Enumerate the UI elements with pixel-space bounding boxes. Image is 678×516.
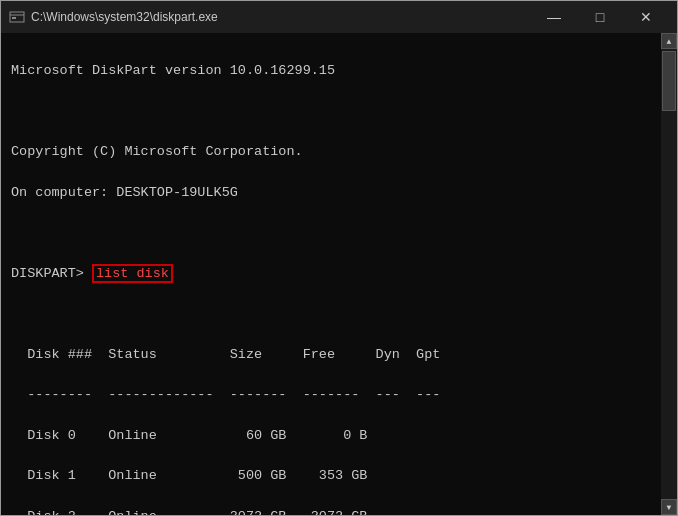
command-1: list disk	[92, 264, 173, 283]
console-area: Microsoft DiskPart version 10.0.16299.15…	[1, 33, 677, 515]
disk-header: Disk ### Status Size Free Dyn Gpt	[11, 345, 651, 365]
disk-1: Disk 1 Online 500 GB 353 GB	[11, 466, 651, 486]
scroll-down-icon: ▼	[667, 503, 672, 512]
app-icon	[9, 9, 25, 25]
close-button[interactable]: ✕	[623, 1, 669, 33]
title-text: C:\Windows\system32\diskpart.exe	[31, 10, 218, 24]
console-line-3: Copyright (C) Microsoft Corporation.	[11, 142, 651, 162]
scroll-up-button[interactable]: ▲	[661, 33, 677, 49]
scroll-up-icon: ▲	[667, 37, 672, 46]
console-line-6	[11, 304, 651, 324]
console-line-5	[11, 223, 651, 243]
window: C:\Windows\system32\diskpart.exe — □ ✕ M…	[0, 0, 678, 516]
console-line-1: Microsoft DiskPart version 10.0.16299.15	[11, 61, 651, 81]
console-prompt-1: DISKPART> list disk	[11, 264, 651, 284]
disk-2: Disk 2 Online 3072 GB 3072 GB	[11, 507, 651, 515]
title-bar-left: C:\Windows\system32\diskpart.exe	[9, 9, 218, 25]
disk-0: Disk 0 Online 60 GB 0 B	[11, 426, 651, 446]
maximize-button[interactable]: □	[577, 1, 623, 33]
svg-rect-2	[12, 17, 16, 19]
title-bar: C:\Windows\system32\diskpart.exe — □ ✕	[1, 1, 677, 33]
disk-divider: -------- ------------- ------- ------- -…	[11, 385, 651, 405]
scrollbar: ▲ ▼	[661, 33, 677, 515]
minimize-button[interactable]: —	[531, 1, 577, 33]
scroll-down-button[interactable]: ▼	[661, 499, 677, 515]
title-bar-buttons: — □ ✕	[531, 1, 669, 33]
console-line-4: On computer: DESKTOP-19ULK5G	[11, 183, 651, 203]
console-line-2	[11, 102, 651, 122]
scrollbar-thumb[interactable]	[662, 51, 676, 111]
scrollbar-track[interactable]	[661, 49, 677, 499]
console-content[interactable]: Microsoft DiskPart version 10.0.16299.15…	[1, 33, 661, 515]
